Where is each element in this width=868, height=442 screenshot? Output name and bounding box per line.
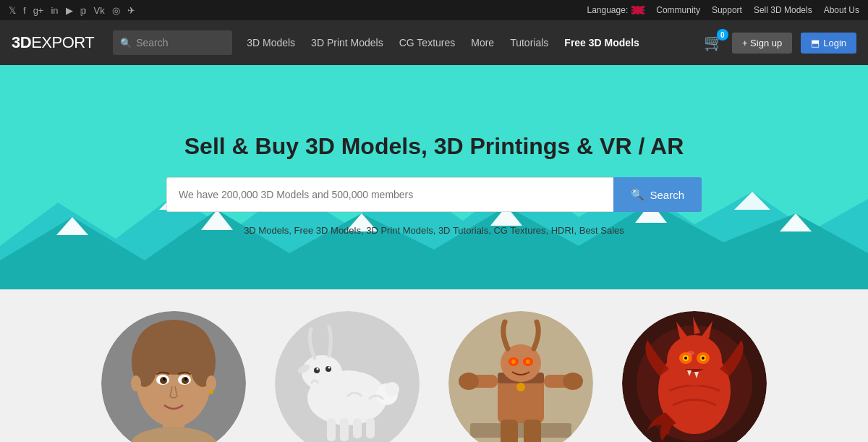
- hero-search-box: 🔍 Search: [166, 177, 702, 212]
- about-us-link[interactable]: About Us: [824, 5, 859, 15]
- svg-point-62: [519, 385, 523, 389]
- hero-search-input[interactable]: [166, 177, 613, 212]
- navbar-search-box[interactable]: 🔍: [113, 30, 232, 55]
- pinterest-icon[interactable]: 𝕡: [80, 5, 87, 16]
- linkedin-icon[interactable]: in: [51, 5, 58, 16]
- community-link[interactable]: Community: [656, 5, 700, 15]
- svg-rect-57: [501, 420, 518, 442]
- twitter-icon[interactable]: 𝕏: [9, 5, 16, 16]
- top-right-links: Language: Community Support Sell 3D Mode…: [587, 5, 859, 15]
- product-image-2: [275, 311, 420, 442]
- nav-3d-models[interactable]: 3D Models: [247, 37, 295, 48]
- nav-tutorials[interactable]: Tutorials: [510, 37, 548, 48]
- telegram-icon[interactable]: ✈: [127, 5, 135, 16]
- svg-point-74: [684, 357, 687, 360]
- svg-point-66: [667, 335, 722, 386]
- googleplus-icon[interactable]: g+: [33, 5, 44, 16]
- social-icons-group: 𝕏 f g+ in ▶ 𝕡 Vk ◎ ✈: [9, 5, 135, 16]
- cart-badge: 0: [717, 29, 728, 41]
- logo-export-text: EXPORT: [31, 33, 94, 51]
- svg-point-51: [511, 360, 516, 364]
- login-icon: ⬒: [811, 38, 820, 48]
- svg-point-75: [702, 357, 705, 360]
- nav-right: 🛒 0 + Sign up ⬒ Login: [704, 33, 856, 54]
- navbar: 3DEXPORT 🔍 3D Models 3D Print Models CG …: [0, 20, 868, 65]
- svg-rect-45: [470, 423, 571, 438]
- sell-3d-models-link[interactable]: Sell 3D Models: [754, 5, 812, 15]
- product-image-4: [622, 311, 767, 442]
- signup-button[interactable]: + Sign up: [732, 33, 792, 54]
- language-selector[interactable]: Language:: [587, 5, 644, 15]
- svg-point-26: [184, 378, 187, 381]
- products-section: [0, 289, 868, 442]
- nav-cg-textures[interactable]: CG Textures: [399, 37, 456, 48]
- language-flag: [631, 6, 644, 14]
- svg-point-52: [526, 360, 530, 364]
- svg-point-42: [317, 368, 319, 370]
- product-card-1[interactable]: [101, 311, 246, 442]
- logo-3d-text: 3D: [12, 33, 31, 51]
- svg-point-56: [563, 373, 583, 390]
- svg-point-55: [459, 373, 479, 390]
- svg-point-28: [206, 375, 216, 391]
- product-card-2[interactable]: [275, 311, 420, 442]
- login-button[interactable]: ⬒ Login: [801, 33, 856, 54]
- vk-icon[interactable]: Vk: [94, 5, 105, 16]
- hero-search-icon: 🔍: [631, 188, 644, 201]
- hero-section: Sell & Buy 3D Models, 3D Printings & VR …: [0, 65, 868, 289]
- nav-free-3d-models[interactable]: Free 3D Models: [564, 37, 639, 48]
- svg-rect-39: [366, 418, 375, 438]
- language-label: Language:: [587, 5, 628, 15]
- svg-point-32: [302, 355, 342, 390]
- svg-rect-58: [524, 420, 541, 442]
- product-card-3[interactable]: [448, 311, 593, 442]
- top-bar: 𝕏 f g+ in ▶ 𝕡 Vk ◎ ✈ Language: Community…: [0, 0, 868, 20]
- navbar-search-input[interactable]: [136, 37, 225, 48]
- svg-rect-36: [327, 418, 336, 441]
- product-card-4[interactable]: [622, 311, 767, 442]
- svg-point-78: [687, 351, 694, 355]
- youtube-icon[interactable]: ▶: [66, 5, 73, 16]
- cart-button[interactable]: 🛒 0: [704, 33, 723, 52]
- instagram-icon[interactable]: ◎: [112, 5, 120, 16]
- nav-3d-print-models[interactable]: 3D Print Models: [311, 37, 383, 48]
- svg-point-25: [163, 378, 166, 381]
- product-image-3: [448, 311, 593, 442]
- nav-links: 3D Models 3D Print Models CG Textures Mo…: [247, 37, 689, 48]
- svg-rect-37: [340, 418, 349, 441]
- navbar-search-icon: 🔍: [120, 38, 132, 48]
- facebook-icon[interactable]: f: [23, 5, 26, 16]
- login-label: Login: [823, 38, 846, 48]
- nav-more[interactable]: More: [471, 37, 494, 48]
- svg-point-43: [328, 367, 331, 369]
- hero-tags: 3D Models, Free 3D Models, 3D Print Mode…: [244, 225, 624, 236]
- support-link[interactable]: Support: [712, 5, 742, 15]
- hero-search-label: Search: [650, 189, 684, 201]
- svg-rect-38: [353, 418, 362, 438]
- hero-search-button[interactable]: 🔍 Search: [613, 177, 702, 212]
- svg-point-27: [131, 375, 141, 391]
- logo[interactable]: 3DEXPORT: [12, 33, 94, 52]
- hero-title: Sell & Buy 3D Models, 3D Printings & VR …: [184, 133, 684, 160]
- svg-point-35: [385, 382, 399, 396]
- svg-point-29: [209, 390, 213, 394]
- product-image-1: [101, 311, 246, 442]
